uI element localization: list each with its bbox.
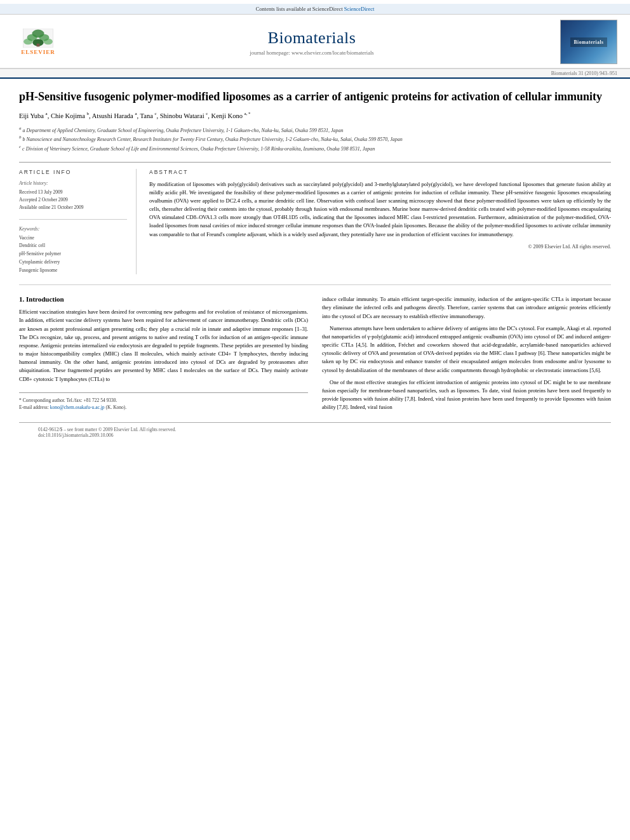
journal-main-title: Biomaterials (64, 29, 560, 48)
journal-homepage: journal homepage: www.elsevier.com/locat… (64, 50, 560, 56)
footer-issn: 0142-9612/$ – see front matter © 2009 El… (38, 427, 592, 432)
email-link[interactable]: kono@chem.osakafu-u.ac.jp (50, 404, 105, 410)
biomaterials-logo-box: Biomaterials (560, 20, 617, 64)
abstract-heading: ABSTRACT (149, 169, 611, 175)
footer-doi: doi:10.1016/j.biomaterials.2009.10.006 (38, 432, 592, 438)
article-history: Article history: Received 13 July 2009 A… (19, 180, 127, 211)
section-divider (19, 284, 611, 285)
keywords-section: Keywords: Vaccine Dendritic cell pH-Sens… (19, 226, 127, 275)
body-two-column: 1. Introduction Efficient vaccination st… (19, 295, 611, 415)
footnote-section: * Corresponding author. Tel./fax: +81 72… (19, 392, 308, 411)
main-content: pH-Sensitive fusogenic polymer-modified … (0, 79, 630, 455)
contents-available-text: Contents lists available at ScienceDirec… (256, 6, 343, 12)
body-right-column: induce cellular immunity. To attain effi… (322, 295, 611, 415)
article-info-column: ARTICLE INFO Article history: Received 1… (19, 169, 137, 275)
abstract-column: ABSTRACT By modification of liposomes wi… (149, 169, 611, 275)
keyword-cytoplasmic: Cytoplasmic delivery (19, 258, 127, 267)
body-left-column: 1. Introduction Efficient vaccination st… (19, 295, 308, 415)
intro-para-1: Efficient vaccination strategies have be… (19, 308, 308, 383)
info-divider (19, 219, 127, 220)
accepted-date: Accepted 2 October 2009 (19, 196, 127, 204)
authors-line: Eiji Yuba a, Chie Kojima b, Atsushi Hara… (19, 110, 611, 121)
article-info-abstract-row: ARTICLE INFO Article history: Received 1… (19, 162, 611, 275)
affiliation-b: b b Nanoscience and Nanotechnology Resea… (19, 134, 611, 143)
footer-bar: 0142-9612/$ – see front matter © 2009 El… (19, 422, 611, 442)
intro-right-para-1: induce cellular immunity. To attain effi… (322, 295, 611, 321)
footnote-email: E-mail address: kono@chem.osakafu-u.ac.j… (19, 404, 308, 411)
affiliation-c: c c Division of Veterinary Science, Grad… (19, 143, 611, 153)
citation-text: Biomaterials 31 (2010) 943–951 (551, 70, 617, 76)
elsevier-logo: ELSEVIER (13, 28, 64, 57)
intro-right-text: induce cellular immunity. To attain effi… (322, 295, 611, 411)
elsevier-text: ELSEVIER (21, 49, 55, 55)
article-title: pH-Sensitive fusogenic polymer-modified … (19, 89, 611, 104)
journal-topbar: Contents lists available at ScienceDirec… (0, 4, 630, 15)
keyword-dendritic: Dendritic cell (19, 242, 127, 250)
journal-title-row: ELSEVIER Biomaterials journal homepage: … (0, 15, 630, 69)
keyword-fusogenic: Fusogenic liposome (19, 267, 127, 275)
footnote-corresponding: * Corresponding author. Tel./fax: +81 72… (19, 397, 308, 404)
journal-header: Contents lists available at ScienceDirec… (0, 0, 630, 79)
elsevier-tree-icon (22, 29, 54, 48)
citation-bar: Biomaterials 31 (2010) 943–951 (0, 69, 630, 77)
bio-logo-label: Biomaterials (570, 37, 608, 47)
sciencedirect-link[interactable]: ScienceDirect (344, 6, 375, 12)
keyword-vaccine: Vaccine (19, 234, 127, 243)
journal-center: Biomaterials journal homepage: www.elsev… (64, 29, 560, 56)
elsevier-logo-container: ELSEVIER (13, 28, 64, 57)
svg-point-5 (44, 39, 53, 44)
intro-section-title: 1. Introduction (19, 295, 308, 303)
available-date: Available online 21 October 2009 (19, 204, 127, 211)
copyright-line: © 2009 Elsevier Ltd. All rights reserved… (149, 244, 611, 250)
intro-right-para-3: One of the most effective strategies for… (322, 378, 611, 412)
affiliation-a: a a Department of Applied Chemistry, Gra… (19, 125, 611, 135)
abstract-text: By modification of liposomes with poly(g… (149, 180, 611, 239)
article-info-heading: ARTICLE INFO (19, 169, 127, 175)
svg-point-4 (23, 39, 32, 44)
keyword-ph-polymer: pH-Sensitive polymer (19, 250, 127, 258)
history-title: Article history: (19, 180, 127, 186)
received-date: Received 13 July 2009 (19, 189, 127, 196)
affiliations: a a Department of Applied Chemistry, Gra… (19, 125, 611, 153)
svg-rect-7 (37, 44, 40, 47)
keywords-title: Keywords: (19, 226, 127, 232)
intro-right-para-2: Numerous attempts have been undertaken t… (322, 324, 611, 375)
intro-left-text: Efficient vaccination strategies have be… (19, 308, 308, 383)
